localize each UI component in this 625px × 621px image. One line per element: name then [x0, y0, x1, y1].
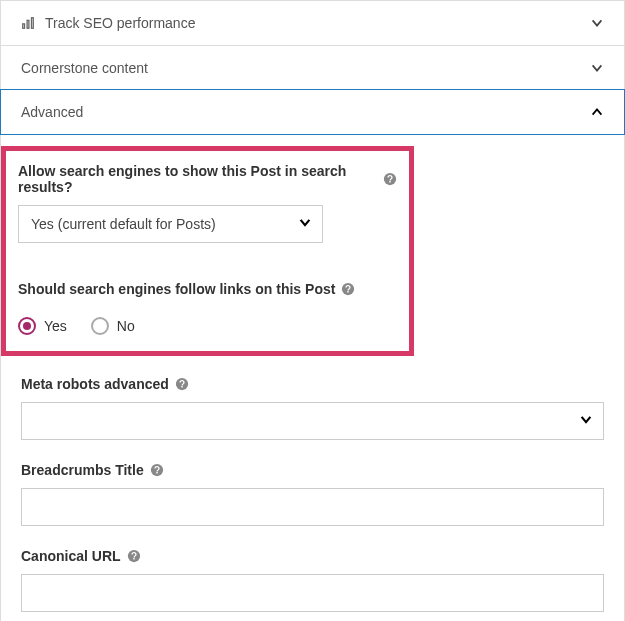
chevron-down-icon — [590, 16, 604, 30]
help-icon[interactable] — [341, 282, 355, 296]
chevron-down-icon — [298, 216, 312, 233]
meta-robots-select[interactable] — [21, 402, 604, 440]
chevron-down-icon — [590, 61, 604, 75]
canonical-label-text: Canonical URL — [21, 548, 121, 564]
radio-indicator — [91, 317, 109, 335]
help-icon[interactable] — [383, 172, 397, 186]
canonical-input[interactable] — [21, 574, 604, 612]
chevron-down-icon — [579, 413, 593, 430]
svg-point-4 — [342, 283, 354, 295]
section-title-seo: Track SEO performance — [45, 15, 195, 31]
help-icon[interactable] — [175, 377, 189, 391]
allow-search-select[interactable]: Yes (current default for Posts) — [18, 205, 323, 243]
radio-label-yes: Yes — [44, 318, 67, 334]
breadcrumbs-input[interactable] — [21, 488, 604, 526]
section-body-advanced: Allow search engines to show this Post i… — [1, 134, 624, 621]
svg-rect-1 — [27, 20, 29, 28]
svg-rect-0 — [23, 24, 25, 28]
meta-robots-label: Meta robots advanced — [21, 376, 189, 392]
meta-robots-label-text: Meta robots advanced — [21, 376, 169, 392]
chevron-up-icon — [590, 105, 604, 119]
section-header-seo[interactable]: Track SEO performance — [1, 0, 624, 45]
radio-indicator — [18, 317, 36, 335]
breadcrumbs-label-text: Breadcrumbs Title — [21, 462, 144, 478]
allow-search-label-text: Allow search engines to show this Post i… — [18, 163, 377, 195]
section-title-cornerstone: Cornerstone content — [21, 60, 148, 76]
svg-point-6 — [151, 464, 163, 476]
help-icon[interactable] — [150, 463, 164, 477]
follow-links-radio-no[interactable]: No — [91, 317, 135, 335]
section-header-cornerstone[interactable]: Cornerstone content — [1, 45, 624, 90]
highlighted-region: Allow search engines to show this Post i… — [1, 146, 414, 356]
help-icon[interactable] — [127, 549, 141, 563]
svg-rect-2 — [32, 18, 34, 29]
follow-links-label-text: Should search engines follow links on th… — [18, 281, 335, 297]
svg-point-3 — [384, 173, 396, 185]
section-title-advanced: Advanced — [21, 104, 83, 120]
allow-search-select-value: Yes (current default for Posts) — [31, 216, 216, 232]
follow-links-radio-yes[interactable]: Yes — [18, 317, 67, 335]
section-header-advanced[interactable]: Advanced — [0, 89, 625, 135]
radio-label-no: No — [117, 318, 135, 334]
breadcrumbs-label: Breadcrumbs Title — [21, 462, 164, 478]
canonical-label: Canonical URL — [21, 548, 141, 564]
svg-point-5 — [176, 378, 188, 390]
allow-search-label: Allow search engines to show this Post i… — [18, 163, 397, 195]
follow-links-label: Should search engines follow links on th… — [18, 281, 355, 297]
chart-icon — [21, 16, 35, 30]
svg-point-7 — [127, 550, 139, 562]
